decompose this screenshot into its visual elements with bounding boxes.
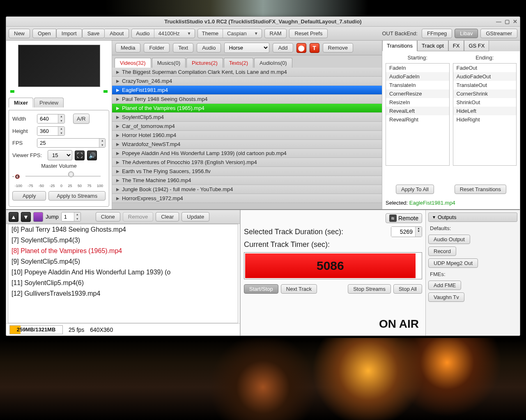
import-button[interactable]: Import [56, 29, 82, 38]
playlist-row[interactable]: [7] SoylentClip5.mp4(3) [8, 235, 238, 246]
save-button[interactable]: Save [82, 29, 105, 38]
apply-streams-button[interactable]: Apply to Streams [48, 191, 106, 201]
about-button[interactable]: About [105, 29, 129, 38]
transition-item[interactable]: FadeOut [453, 64, 517, 72]
move-down-icon[interactable]: ▼ [21, 212, 31, 222]
ram-button[interactable]: RAM [264, 29, 287, 38]
stop-all-button[interactable]: Stop All [393, 284, 422, 294]
audio-button[interactable]: Audio [197, 43, 221, 52]
tab-fx[interactable]: FX [448, 41, 464, 51]
tab-gsfx[interactable]: GS FX [464, 41, 489, 51]
tab-pictures[interactable]: Pictures(2) [186, 58, 223, 68]
clear-button[interactable]: Clear [156, 212, 179, 221]
file-row[interactable]: ▶Horror Hotel 1960.mp4 [112, 131, 382, 140]
transition-item[interactable]: HideRight [453, 115, 517, 124]
file-row[interactable]: ▶Planet of the Vampires (1965).mp4 [112, 104, 382, 113]
file-row[interactable]: ▶The Time Machine 1960.mp4 [112, 176, 382, 185]
folder-button[interactable]: Folder [144, 43, 170, 52]
tab-trackopt[interactable]: Track opt [417, 41, 448, 51]
duration-spinner[interactable]: ▲▼ [391, 226, 422, 237]
jump-spinner[interactable]: ▲▼ [61, 212, 81, 221]
tab-mixer[interactable]: Mixer [9, 98, 33, 107]
record-icon[interactable]: ⬤ [296, 43, 306, 53]
file-row[interactable]: ▶The Biggest Superman Compilation Clark … [112, 68, 382, 77]
transition-item[interactable]: RevealLeft [386, 107, 449, 115]
add-fme-button[interactable]: Add FME [428, 281, 461, 290]
vaughn-tv-button[interactable]: Vaughn Tv [428, 292, 464, 302]
tab-texts[interactable]: Texts(2) [224, 58, 253, 68]
transition-item[interactable]: AudioFadeOut [453, 72, 517, 81]
remove-button[interactable]: Remove [323, 43, 353, 52]
media-select[interactable]: Horse [224, 43, 269, 53]
move-up-icon[interactable]: ▲ [9, 212, 18, 222]
file-row[interactable]: ▶Earth vs The Flying Saucers, 1956.flv [112, 167, 382, 176]
transition-item[interactable]: TranslateIn [386, 81, 449, 89]
playlist-icon[interactable] [33, 212, 43, 222]
file-row[interactable]: ▶SoylentClip5.mp4 [112, 113, 382, 122]
width-spinner[interactable]: ▲▼ [37, 114, 65, 123]
playlist[interactable]: [6] Paul Terry 1948 Seeing Ghosts.mp4[7]… [8, 224, 238, 323]
file-row[interactable]: ▶The Adventures of Pinocchio 1978 (Engli… [112, 158, 382, 167]
fullscreen-icon[interactable]: ⛶ [75, 151, 85, 160]
remote-button[interactable]: ≋ Remote [386, 213, 422, 223]
tab-transitions[interactable]: Transitions [382, 41, 417, 51]
aspect-ratio-button[interactable]: A/R [73, 114, 90, 124]
tab-preview[interactable]: Preview [34, 98, 64, 107]
text-button[interactable]: Text [173, 43, 193, 52]
open-button[interactable]: Open [32, 29, 56, 38]
libav-button[interactable]: Libav [455, 29, 478, 38]
tab-audioins[interactable]: AudioIns(0) [254, 58, 292, 68]
ending-list[interactable]: FadeOutAudioFadeOutTranslateOutCornerShr… [453, 63, 517, 166]
gstreamer-button[interactable]: GStreamer [480, 29, 517, 38]
remove-playlist-button[interactable]: Remove [123, 212, 153, 221]
file-row[interactable]: ▶Jungle Book (1942) - full movie - YouTu… [112, 185, 382, 194]
playlist-row[interactable]: [9] SoylentClip5.mp4(5) [8, 256, 238, 267]
file-row[interactable]: ▶Wizardofoz_NewST.mp4 [112, 140, 382, 149]
transition-item[interactable]: CornerShrink [453, 89, 517, 98]
file-row[interactable]: ▶Popeye Aladdin And His Wonderful Lamp 1… [112, 149, 382, 158]
stop-streams-button[interactable]: Stop Streams [348, 284, 391, 294]
file-row[interactable]: ▶EagleFist1981.mp4 [112, 86, 382, 95]
playlist-row[interactable]: [6] Paul Terry 1948 Seeing Ghosts.mp4 [8, 224, 238, 235]
tab-musics[interactable]: Musics(0) [152, 58, 186, 68]
next-track-button[interactable]: Next Track [281, 284, 317, 294]
starting-list[interactable]: FadeInAudioFadeInTranslateInCornerResize… [386, 63, 450, 166]
transition-item[interactable]: FadeIn [386, 64, 449, 72]
ffmpeg-button[interactable]: FFmpeg [422, 29, 452, 38]
fps-spinner[interactable]: ▲▼ [37, 138, 106, 148]
transition-item[interactable]: HideLeft [453, 107, 517, 115]
apply-button[interactable]: Apply [12, 191, 46, 201]
outputs-header[interactable]: ▼Outputs [428, 212, 517, 222]
record-button[interactable]: Record [428, 247, 456, 256]
clone-button[interactable]: Clone [96, 212, 120, 221]
start-stop-button[interactable]: Start/Stop [244, 284, 278, 294]
media-button[interactable]: Media [115, 43, 140, 52]
transition-item[interactable]: TranslateOut [453, 81, 517, 89]
transition-item[interactable]: ShrinkOut [453, 98, 517, 107]
transition-item[interactable]: ResizeIn [386, 98, 449, 107]
file-row[interactable]: ▶HorrorExpress_1972.mp4 [112, 194, 382, 203]
close-icon[interactable]: ✕ [513, 18, 517, 25]
playlist-row[interactable]: [10] Popeye Aladdin And His Wonderful La… [8, 267, 238, 278]
apply-all-button[interactable]: Apply To All [396, 185, 434, 194]
audio-combo[interactable]: Audio 44100Hz ▼ [131, 29, 195, 38]
audio-output-button[interactable]: Audio Output [428, 235, 470, 244]
file-row[interactable]: ▶CrazyTown_246.mp4 [112, 77, 382, 86]
new-button[interactable]: New [9, 29, 30, 38]
add-button[interactable]: Add [273, 43, 293, 52]
udp-output-button[interactable]: UDP Mpeg2 Out [428, 258, 478, 268]
playlist-row[interactable]: [12] GulliversTravels1939.mp4 [8, 288, 238, 299]
volume-slider[interactable] [25, 171, 101, 182]
playlist-row[interactable]: [8] Planet of the Vampires (1965).mp4 [8, 246, 238, 256]
speaker-icon[interactable]: 🔊 [87, 151, 97, 160]
theme-combo[interactable]: Theme Caspian ▼ [198, 29, 262, 38]
maximize-icon[interactable]: ▢ [505, 18, 510, 25]
viewer-fps-select[interactable]: 15 [48, 150, 72, 160]
transition-item[interactable]: RevealRight [386, 115, 449, 124]
update-button[interactable]: Update [181, 212, 209, 221]
minimize-icon[interactable]: — [496, 18, 501, 25]
playlist-row[interactable]: [11] SoylentClip5.mp4(6) [8, 278, 238, 288]
transition-item[interactable]: CornerResize [386, 89, 449, 98]
file-list[interactable]: ▶The Biggest Superman Compilation Clark … [112, 68, 382, 209]
tab-videos[interactable]: Videos(32) [115, 58, 151, 68]
